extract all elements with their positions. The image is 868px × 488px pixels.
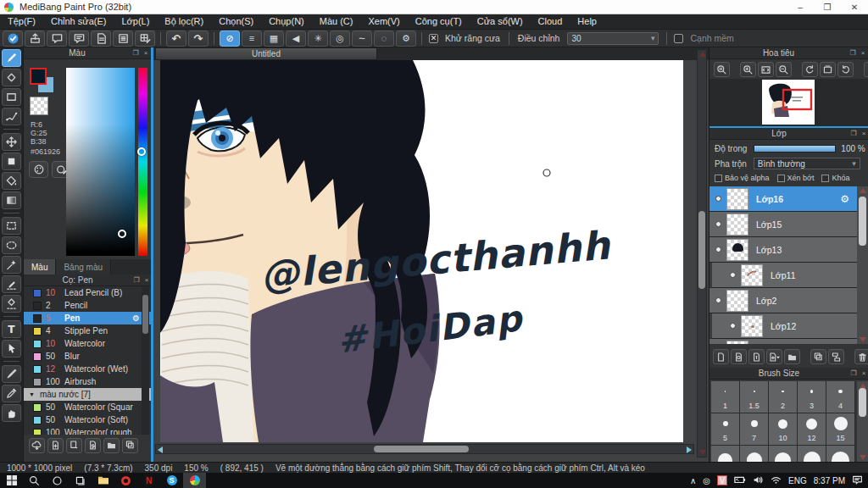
popout-icon[interactable]: ❐ — [849, 130, 859, 137]
blend-mode-dropdown[interactable]: Bình thường ▾ — [754, 158, 860, 169]
document-icon[interactable] — [91, 30, 111, 47]
layer-add-menu-icon[interactable] — [766, 349, 782, 364]
menu-item[interactable]: Bộ lọc(R) — [157, 14, 211, 29]
checkbox-icon[interactable] — [777, 175, 785, 182]
wifi-icon[interactable] — [771, 475, 782, 486]
layer-list-scrollbar[interactable] — [857, 186, 868, 344]
zoom-actual-icon[interactable] — [714, 62, 730, 77]
bucket-tool[interactable] — [2, 172, 21, 190]
brush-size-c ell[interactable]: 4 — [826, 381, 855, 413]
dock-splitter[interactable] — [151, 47, 153, 462]
checkbox-icon[interactable] — [821, 175, 829, 182]
fill-rect-tool[interactable] — [2, 152, 21, 170]
brush-size-scrollbar[interactable] — [857, 381, 868, 462]
hand-tool[interactable] — [2, 404, 21, 422]
canvas-horizontal-scrollbar[interactable] — [155, 444, 694, 454]
brush-size-c ell[interactable]: 7 — [740, 413, 769, 446]
drawing-canvas[interactable]: @lengocthanhh #HoiDap — [160, 60, 683, 442]
scroll-up-arrow[interactable] — [699, 52, 706, 57]
brush-row[interactable]: ▼ màu nước [7] ⚙ — [24, 388, 152, 401]
brush-settings-gear-icon[interactable]: ⚙ — [132, 313, 140, 323]
brush-size-c ell[interactable] — [740, 446, 769, 462]
brush-row[interactable]: ▼ 50 Watercolor (Soft) ⚙ — [24, 413, 152, 426]
cortana-icon[interactable] — [46, 473, 69, 488]
layer-merge-icon[interactable] — [828, 349, 844, 364]
layer-delete-icon[interactable] — [854, 349, 868, 364]
brush-row[interactable]: ▼ 10 Lead Pencil (B) ⚙ — [24, 286, 152, 299]
search-icon[interactable] — [23, 473, 46, 488]
skype-icon[interactable]: S — [160, 473, 183, 488]
layer-visibility-icon[interactable] — [715, 196, 721, 202]
popout-icon[interactable]: ❐ — [848, 49, 858, 57]
lasso-tool[interactable] — [2, 236, 21, 254]
menu-item[interactable]: Help — [570, 14, 604, 29]
minimize-button[interactable]: – — [787, 0, 814, 14]
layer-row[interactable]: Lớp16 ⚙ — [709, 186, 858, 212]
menu-item[interactable]: Chọn(S) — [211, 14, 261, 29]
comment-icon[interactable] — [47, 30, 67, 47]
document-tab[interactable]: Untitled — [155, 47, 377, 60]
rotate-left-icon[interactable] — [802, 62, 818, 77]
hue-cursor[interactable] — [137, 147, 146, 156]
brush-size-c ell[interactable]: 5 — [711, 413, 740, 446]
brush-row[interactable]: ▼ 50 Watercolor (Squar ⚙ — [24, 401, 152, 413]
gradient-tool[interactable] — [2, 191, 21, 209]
layer-visibility-icon[interactable] — [715, 221, 721, 227]
group-caret-icon[interactable]: ▼ — [29, 391, 35, 397]
move-tool[interactable] — [2, 133, 21, 151]
brush-row[interactable]: ▼ 50 Blur ⚙ — [24, 350, 152, 363]
brush-size-c ell[interactable]: 10 — [769, 413, 798, 446]
menu-item[interactable]: Tệp(F) — [0, 14, 43, 29]
grid-pen-icon[interactable] — [135, 30, 155, 47]
scroll-thumb[interactable] — [859, 197, 866, 246]
layer-new-8bit-icon[interactable] — [731, 349, 747, 364]
comment-text-icon[interactable] — [69, 30, 89, 47]
menu-item[interactable]: Lớp(L) — [114, 14, 157, 29]
cloud-sync-icon[interactable] — [3, 30, 23, 47]
tray-chevron-icon[interactable]: ∧ — [690, 476, 696, 485]
fit-window-icon[interactable] — [758, 62, 774, 77]
soft-edge-checkbox[interactable] — [674, 34, 683, 43]
battery-icon[interactable] — [734, 475, 746, 485]
saturation-value-picker[interactable] — [66, 68, 135, 256]
redo-icon[interactable]: ↷ — [188, 30, 209, 47]
snap-radial-icon[interactable]: ✳ — [308, 30, 328, 47]
reset-rotation-icon[interactable] — [820, 62, 836, 77]
tray-circle-icon[interactable]: ◎ — [703, 476, 710, 485]
popout-icon[interactable]: ❐ — [849, 369, 859, 377]
brush-folder-icon[interactable] — [103, 438, 120, 453]
zoom-in-icon[interactable] — [740, 62, 756, 77]
layer-visibility-icon[interactable] — [730, 272, 736, 278]
layer-row[interactable]: Lớp13 ⚙ — [709, 237, 858, 263]
snap-curve-icon[interactable]: ∼ — [352, 30, 372, 47]
eyedropper-tool[interactable] — [2, 385, 21, 402]
document-list-icon[interactable] — [113, 30, 133, 47]
scroll-up-arrow[interactable] — [860, 188, 866, 193]
menu-item[interactable]: Công cụ(T) — [408, 14, 470, 29]
tab-palette[interactable]: Bảng màu — [56, 259, 111, 274]
select-rect-tool[interactable] — [2, 217, 21, 235]
layer-option-checkbox[interactable]: Bảo vệ alpha — [715, 174, 770, 182]
menu-item[interactable]: Chụp(N) — [261, 14, 312, 29]
layer-visibility-icon[interactable] — [730, 323, 736, 329]
brush-size-c ell[interactable] — [826, 446, 855, 462]
popout-icon[interactable]: ❐ — [131, 276, 142, 284]
menu-item[interactable]: Cửa sổ(W) — [470, 14, 531, 29]
brush-row[interactable]: ▼ 2 Pencil ⚙ — [24, 299, 152, 312]
close-icon[interactable]: × — [859, 369, 868, 377]
brush-size-c ell[interactable] — [769, 446, 798, 462]
transparent-color-swatch[interactable] — [30, 97, 48, 115]
action-center-icon[interactable] — [852, 474, 863, 486]
magic-wand-tool[interactable] — [2, 256, 21, 274]
text-tool[interactable]: T — [2, 320, 21, 338]
brush-size-c ell[interactable] — [798, 446, 826, 462]
menu-item[interactable]: Chỉnh sửa(E) — [43, 14, 114, 29]
brush-size-c ell[interactable]: 3 — [798, 381, 826, 413]
opera-icon[interactable] — [114, 473, 137, 488]
language-indicator[interactable]: ENG — [788, 476, 807, 485]
layer-option-checkbox[interactable]: Khóa — [821, 174, 849, 182]
tray-v-app-icon[interactable]: V — [717, 475, 727, 485]
layer-option-checkbox[interactable]: Xén bớt — [777, 174, 815, 182]
snap-grid-icon[interactable]: ▦ — [264, 30, 284, 47]
brush-size-c ell[interactable]: 1 — [711, 381, 740, 413]
